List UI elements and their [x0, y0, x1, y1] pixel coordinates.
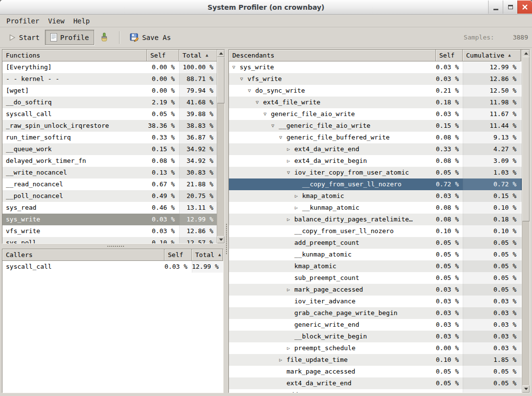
reset-button[interactable] — [94, 29, 114, 45]
table-row[interactable]: _raw_spin_unlock_irqrestore38.36 %38.83 … — [2, 120, 217, 132]
title-bar[interactable]: System Profiler (on crownbay) — [0, 0, 532, 15]
function-name: kmap_atomic — [294, 260, 336, 272]
table-row[interactable]: syscall_call0.03 %12.99 % — [2, 261, 223, 273]
column-header-functions[interactable]: Functions — [2, 50, 147, 61]
table-row[interactable]: ▷mark_page_accessed0.03 %0.05 % — [229, 284, 522, 296]
menu-view[interactable]: View — [43, 16, 69, 26]
table-row[interactable]: ▽__generic_file_aio_write0.15 %11.44 % — [229, 120, 522, 132]
table-row[interactable]: __poll_nocancel0.49 %20.75 % — [2, 190, 217, 202]
self-cell: 0.00 % — [147, 73, 179, 85]
table-row[interactable]: __do_softirq2.19 %41.68 % — [2, 97, 217, 108]
table-row[interactable]: __queue_work0.15 %34.92 % — [2, 143, 217, 155]
expander-closed-icon[interactable]: ▷ — [287, 342, 294, 354]
table-row[interactable]: ▷preempt_schedule0.00 %0.03 % — [229, 342, 522, 354]
expander-closed-icon[interactable]: ▷ — [295, 202, 302, 214]
table-row[interactable]: __write_nocancel0.13 %30.83 % — [2, 167, 217, 178]
expander-closed-icon[interactable]: ▷ — [287, 143, 294, 155]
column-header-callers[interactable]: Callers — [2, 249, 164, 261]
table-row[interactable]: ▷__kunmap_atomic0.08 %0.10 % — [229, 202, 522, 214]
expander-closed-icon[interactable]: ▷ — [279, 354, 286, 366]
scroll-down-button[interactable] — [217, 236, 225, 243]
table-row[interactable]: grab_cache_page_write_begin0.03 %0.03 % — [229, 307, 522, 319]
table-row[interactable]: sub_preempt_count0.05 %0.05 % — [229, 272, 522, 284]
table-row[interactable]: ▽do_sync_write0.21 %12.50 % — [229, 85, 522, 97]
expander-open-icon[interactable]: ▽ — [271, 120, 279, 132]
table-row[interactable]: kmap_atomic0.05 %0.05 % — [229, 260, 522, 272]
table-row[interactable]: __block_write_begin0.03 %0.03 % — [229, 331, 522, 342]
scrollbar-thumb[interactable] — [217, 57, 225, 103]
table-row[interactable]: ▷kmap_atomic0.03 %0.15 % — [229, 190, 522, 202]
scroll-up-button[interactable] — [522, 50, 530, 57]
table-row[interactable]: sys_write0.03 %12.99 % — [2, 214, 217, 225]
menu-help[interactable]: Help — [69, 16, 94, 26]
column-header-self[interactable]: Self — [164, 249, 192, 261]
table-row[interactable]: ▷file_update_time0.10 %1.85 % — [229, 354, 522, 366]
vertical-splitter[interactable] — [225, 49, 228, 393]
table-row[interactable]: ▷ext4_da_write_end0.33 %4.27 % — [229, 143, 522, 155]
table-row[interactable]: ▽vfs_write0.03 %12.86 % — [229, 73, 522, 85]
expander-open-icon[interactable]: ▽ — [264, 108, 271, 120]
horizontal-splitter[interactable] — [2, 244, 225, 249]
table-row[interactable]: __read_nocancel0.67 %21.88 % — [2, 178, 217, 190]
menu-profiler[interactable]: Profiler — [2, 16, 43, 26]
table-row[interactable]: [Everything]0.00 %100.00 % — [2, 61, 217, 73]
table-row[interactable]: generic_write_end0.03 %0.03 % — [229, 319, 522, 331]
save-as-button[interactable]: Save As — [124, 29, 176, 45]
expander-open-icon[interactable]: ▽ — [240, 73, 247, 85]
functions-scrollbar[interactable] — [217, 50, 225, 243]
expander-closed-icon[interactable]: ▷ — [287, 284, 294, 296]
table-row[interactable]: ▷balance_dirty_pages_ratelimite…0.08 %0.… — [229, 214, 522, 225]
table-row[interactable]: __copy_from_user_ll_nozero0.72 %0.72 % — [229, 178, 522, 190]
column-header-self[interactable]: Self — [147, 50, 179, 61]
table-row[interactable]: ▷ext4_da_write_begin0.08 %3.09 % — [229, 155, 522, 167]
close-button[interactable] — [517, 0, 532, 14]
table-row[interactable]: iov_iter_advance0.03 %0.03 % — [229, 296, 522, 307]
function-name: generic_file_aio_write — [271, 108, 355, 120]
expander-closed-icon[interactable]: ▷ — [295, 190, 302, 202]
table-row[interactable]: - - kernel - -0.00 %88.71 % — [2, 73, 217, 85]
column-header-total[interactable]: Total▲ — [192, 249, 223, 261]
column-header-cumulative[interactable]: Cumulative▲ — [463, 50, 521, 61]
function-name: __generic_file_aio_write — [279, 120, 370, 132]
value-cell: 0.05 % — [463, 260, 521, 272]
table-row[interactable]: ▽iov_iter_copy_from_user_atomic0.05 %1.0… — [229, 167, 522, 178]
scroll-up-button[interactable] — [217, 50, 225, 57]
name-cell: vfs_write — [2, 225, 147, 237]
table-row[interactable]: __kunmap_atomic0.05 %0.05 % — [229, 249, 522, 260]
column-header-total[interactable]: Total▲ — [179, 50, 217, 61]
table-row[interactable]: [wget]0.00 %79.94 % — [2, 85, 217, 97]
expander-open-icon[interactable]: ▽ — [287, 167, 294, 178]
table-row[interactable]: run_timer_softirq0.33 %36.87 % — [2, 132, 217, 143]
expander-open-icon[interactable]: ▽ — [232, 61, 240, 73]
minimize-button[interactable] — [488, 0, 503, 14]
expander-closed-icon[interactable]: ▷ — [287, 155, 294, 167]
table-row[interactable]: ▽ext4_file_write0.18 %11.98 % — [229, 97, 522, 108]
name-cell: __queue_work — [2, 143, 147, 155]
maximize-button[interactable] — [503, 0, 517, 14]
table-row[interactable]: add_preempt_count0.05 %0.05 % — [229, 237, 522, 249]
start-button[interactable]: Start — [3, 30, 45, 45]
table-row[interactable]: syscall_call0.05 %39.88 % — [2, 108, 217, 120]
scrollbar-thumb[interactable] — [522, 57, 530, 221]
descendants-panel: Descendants Self Cumulative▲ ▽sys_write0… — [228, 49, 530, 393]
table-row[interactable]: ▽sys_write0.03 %12.99 % — [229, 61, 522, 73]
table-row[interactable]: vfs_write0.03 %12.86 % — [2, 225, 217, 237]
table-row[interactable]: ext4_da_write_end0.05 %0.05 % — [229, 377, 522, 389]
expander-closed-icon[interactable]: ▷ — [287, 214, 294, 225]
expander-open-icon[interactable]: ▽ — [256, 97, 263, 108]
table-row[interactable]: ▽generic_file_buffered_write0.08 %9.13 % — [229, 132, 522, 143]
expander-open-icon[interactable]: ▽ — [248, 85, 255, 97]
table-row[interactable]: delayed_work_timer_fn0.08 %34.92 % — [2, 155, 217, 167]
table-row[interactable]: sys_read0.46 %13.11 % — [2, 202, 217, 214]
descendants-scrollbar[interactable] — [522, 50, 530, 393]
table-row[interactable]: __copy_from_user_ll_nozero0.10 %0.10 % — [229, 225, 522, 237]
table-row[interactable]: mark_page_accessed0.05 %0.05 % — [229, 366, 522, 377]
profile-button[interactable]: Profile — [45, 30, 94, 45]
table-row[interactable]: sys_poll0.10 %12.57 % — [2, 237, 217, 243]
table-row[interactable]: add_preempt_count0.03 %0.03 % — [229, 389, 522, 393]
table-row[interactable]: ▽generic_file_aio_write0.03 %11.67 % — [229, 108, 522, 120]
column-header-self[interactable]: Self — [436, 50, 463, 61]
scroll-down-button[interactable] — [522, 385, 530, 393]
expander-open-icon[interactable]: ▽ — [279, 132, 286, 143]
column-header-descendants[interactable]: Descendants — [229, 50, 436, 61]
